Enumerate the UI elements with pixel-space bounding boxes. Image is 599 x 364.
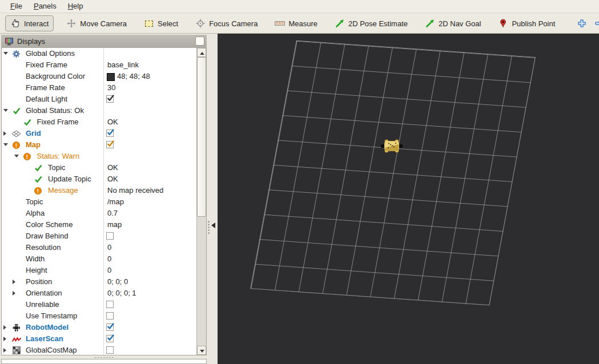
property-value[interactable]: 0.7	[107, 208, 118, 219]
property-label: Fixed Frame	[37, 116, 79, 128]
checkbox[interactable]	[106, 312, 114, 319]
scroll-down-button[interactable]	[197, 346, 206, 355]
render-viewport[interactable]	[218, 34, 599, 364]
expander-closed-icon[interactable]	[3, 131, 6, 136]
tree-row-draw-behind[interactable]: Draw Behind	[2, 230, 196, 242]
checkbox[interactable]	[106, 323, 114, 331]
expander-closed-icon[interactable]	[13, 291, 15, 296]
costmap-icon	[11, 346, 21, 354]
checkbox[interactable]	[106, 232, 114, 240]
tree-row-topic[interactable]: Topic/map	[2, 196, 196, 208]
tree-row-laserscan[interactable]: LaserScan	[2, 333, 196, 345]
property-value[interactable]: OK	[107, 116, 118, 128]
property-label: GlobalCostMap	[26, 345, 77, 355]
tool-2d-pose-estimate[interactable]: 2D Pose Estimate	[330, 16, 412, 31]
tree-row-map[interactable]: !Map	[2, 139, 196, 151]
property-value[interactable]: map	[107, 219, 122, 230]
tree-row-orientation[interactable]: Orientation0; 0; 0; 1	[2, 288, 196, 299]
collapse-left-arrow-icon[interactable]	[211, 223, 215, 228]
panel-float-button[interactable]	[195, 37, 204, 46]
tool-label: Select	[158, 19, 178, 28]
tool-focus-camera[interactable]: Focus Camera	[191, 16, 262, 31]
tree-row-height[interactable]: Height0	[2, 265, 196, 276]
property-label: Message	[48, 185, 78, 196]
menu-panels[interactable]: Panels	[28, 1, 62, 12]
vertical-scrollbar[interactable]	[196, 48, 206, 355]
expander-open-icon[interactable]	[3, 143, 8, 146]
scrollbar-thumb[interactable]	[197, 57, 206, 217]
tree-row-fixed-frame[interactable]: Fixed FrameOK	[2, 116, 196, 128]
laser-icon	[11, 335, 21, 343]
tree-row-use-timestamp[interactable]: Use Timestamp	[2, 310, 196, 322]
expander-open-icon[interactable]	[3, 52, 8, 55]
checkbox[interactable]	[106, 95, 114, 103]
tree-row-global-options[interactable]: Global Options	[2, 48, 196, 59]
property-value[interactable]: /map	[107, 196, 124, 208]
dock-view-splitter[interactable]	[207, 34, 218, 364]
tool-publish-point[interactable]: Publish Point	[493, 16, 560, 31]
expander-closed-icon[interactable]	[3, 337, 6, 341]
tree-row-color-scheme[interactable]: Color Schememap	[2, 219, 196, 230]
expander-closed-icon[interactable]	[13, 280, 15, 284]
tree-row-grid[interactable]: Grid	[2, 128, 196, 139]
property-label: Resolution	[26, 242, 61, 253]
zoom-in-plus-button[interactable]	[574, 16, 589, 31]
tree-row-position[interactable]: Position0; 0; 0	[2, 276, 196, 288]
tree-row-width[interactable]: Width0	[2, 253, 196, 265]
property-value[interactable]: OK	[107, 162, 118, 173]
color-swatch[interactable]	[107, 73, 115, 81]
zoom-out-minus-button[interactable]	[592, 16, 599, 31]
property-label: Global Status: Ok	[26, 105, 84, 116]
property-value[interactable]: base_link	[107, 59, 139, 71]
tool-measure[interactable]: Measure	[270, 16, 322, 31]
property-value[interactable]: 0	[107, 253, 111, 265]
tree-row-background-color[interactable]: Background Color48; 48; 48	[2, 71, 196, 82]
tree-row-global-status-ok[interactable]: Global Status: Ok	[2, 105, 196, 116]
tool-interact[interactable]: Interact	[5, 15, 54, 31]
expander-closed-icon[interactable]	[3, 348, 6, 353]
ground-grid	[250, 41, 536, 306]
checkbox[interactable]	[106, 335, 114, 342]
green-arrow-icon	[335, 19, 345, 28]
tree-row-update-topic[interactable]: Update TopicOK	[2, 173, 196, 185]
property-label: Global Options	[26, 48, 75, 59]
expander-open-icon[interactable]	[14, 155, 19, 157]
property-value[interactable]: 30	[107, 82, 115, 94]
property-value[interactable]: 0; 0; 0; 1	[107, 288, 136, 299]
tree-row-robotmodel[interactable]: RobotModel	[2, 322, 196, 333]
checkbox[interactable]	[106, 301, 114, 308]
hand-icon	[10, 19, 21, 28]
tree-row-topic[interactable]: TopicOK	[2, 162, 196, 173]
checkbox[interactable]	[106, 130, 114, 137]
tree-row-fixed-frame[interactable]: Fixed Framebase_link	[2, 59, 196, 71]
property-value[interactable]: 0	[107, 265, 111, 276]
tree-row-default-light[interactable]: Default Light	[2, 94, 196, 105]
menu-help[interactable]: Help	[62, 1, 89, 12]
property-label: Topic	[48, 162, 65, 173]
tool-move-camera[interactable]: Move Camera	[62, 16, 131, 31]
tree-row-unreliable[interactable]: Unreliable	[2, 299, 196, 310]
property-value[interactable]: 48; 48; 48	[117, 71, 150, 82]
check-icon	[33, 175, 43, 183]
tree-row-message[interactable]: !MessageNo map received	[2, 185, 196, 196]
tree-row-globalcostmap[interactable]: GlobalCostMap	[2, 345, 196, 355]
scroll-up-button[interactable]	[197, 48, 206, 57]
tree-row-frame-rate[interactable]: Frame Rate30	[2, 82, 196, 94]
expander-closed-icon[interactable]	[3, 325, 6, 330]
displays-panel-titlebar[interactable]: Displays	[1, 35, 207, 48]
property-value[interactable]: OK	[107, 173, 118, 185]
tool-2d-nav-goal[interactable]: 2D Nav Goal	[420, 16, 485, 31]
checkbox[interactable]	[106, 141, 114, 148]
property-value[interactable]: No map received	[107, 185, 163, 196]
tree-row-status-warn[interactable]: !Status: Warn	[2, 151, 196, 162]
property-value[interactable]: 0; 0; 0	[107, 276, 128, 288]
displays-icon	[5, 37, 14, 46]
tool-select[interactable]: Select	[139, 16, 183, 31]
tree-row-resolution[interactable]: Resolution0	[2, 242, 196, 253]
checkbox[interactable]	[106, 346, 114, 354]
property-value[interactable]: 0	[107, 242, 111, 253]
expander-open-icon[interactable]	[3, 109, 8, 112]
left-dock: Displays Global OptionsFixed Framebase_l…	[0, 34, 218, 364]
tree-row-alpha[interactable]: Alpha0.7	[2, 208, 196, 219]
menu-file[interactable]: File	[5, 1, 28, 12]
